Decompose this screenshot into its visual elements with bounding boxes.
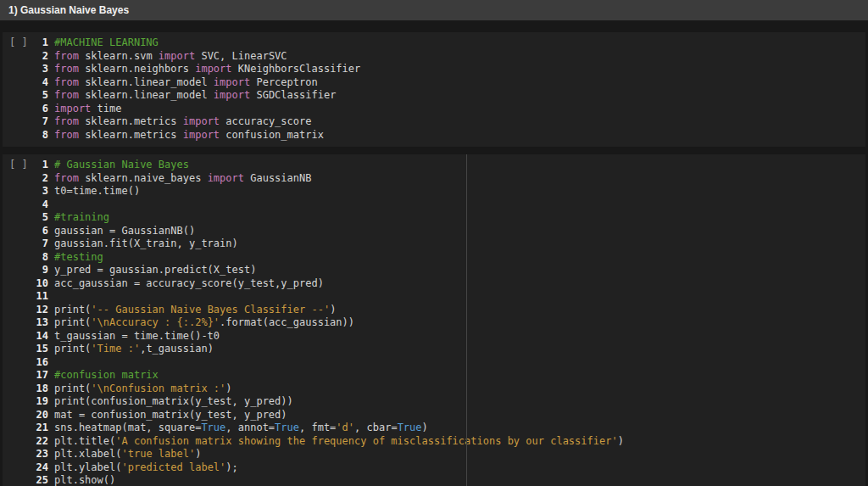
code-token: import bbox=[208, 172, 244, 184]
code-line: 16 bbox=[33, 356, 865, 370]
code-token: sklearn.linear_model bbox=[79, 76, 214, 88]
code-token: plt.title( bbox=[54, 435, 115, 447]
code-line: 19print(confusion_matrix(y_test, y_pred)… bbox=[33, 395, 865, 409]
code-editor[interactable]: 1# Gaussian Naive Bayes2from sklearn.nai… bbox=[33, 159, 865, 486]
code-line: 8from sklearn.metrics import confusion_m… bbox=[33, 129, 865, 142]
code-token: '\nConfusion matrix :' bbox=[91, 383, 225, 394]
code-token: t_gaussian = time.time()-t0 bbox=[54, 330, 220, 342]
code-token: sklearn.metrics bbox=[79, 129, 183, 141]
code-token: from bbox=[54, 172, 79, 184]
code-line: 20mat = confusion_matrix(y_test, y_pred) bbox=[33, 409, 865, 422]
code-line: 23plt.xlabel('true label') bbox=[33, 448, 865, 461]
code-token: print(confusion_matrix(y_test, y_pred)) bbox=[54, 395, 293, 407]
code-token: import bbox=[159, 50, 195, 62]
line-number: 18 bbox=[33, 383, 48, 396]
code-token: #confusion matrix bbox=[54, 369, 159, 381]
code-token: import bbox=[54, 103, 91, 115]
code-token: , fmt= bbox=[299, 422, 336, 433]
code-token: sns.heatmap(mat, square= bbox=[54, 422, 201, 433]
code-line: 21sns.heatmap(mat, square=True, annot=Tr… bbox=[33, 422, 865, 435]
code-line: 12print('-- Gaussian Naive Bayes Classif… bbox=[33, 304, 865, 317]
line-number: 16 bbox=[33, 356, 48, 370]
code-token: print( bbox=[54, 383, 91, 394]
code-token: ) bbox=[195, 448, 201, 460]
code-token: print( bbox=[54, 304, 91, 316]
code-token: GaussianNB bbox=[244, 172, 311, 184]
code-line: 11 bbox=[33, 290, 865, 304]
code-editor[interactable]: 1#MACHINE LEARNING2from sklearn.svm impo… bbox=[33, 36, 865, 142]
code-line: 14t_gaussian = time.time()-t0 bbox=[33, 330, 865, 344]
code-line: 24plt.ylabel('predicted label'); bbox=[33, 461, 865, 475]
code-token: 'd' bbox=[336, 422, 354, 433]
code-token: plt.ylabel( bbox=[54, 461, 121, 473]
code-token: plt.show() bbox=[54, 474, 115, 486]
code-token: True bbox=[275, 422, 299, 433]
code-token: sklearn.svm bbox=[79, 50, 159, 62]
line-number: 2 bbox=[33, 172, 48, 186]
line-number: 8 bbox=[33, 129, 48, 142]
code-token: '-- Gaussian Naive Bayes Classifier --' bbox=[91, 304, 330, 316]
cell-prompt: [ ] bbox=[9, 159, 33, 486]
code-line: 3t0=time.time() bbox=[33, 185, 865, 198]
line-number: 3 bbox=[33, 185, 48, 198]
code-token: ) bbox=[225, 383, 231, 394]
code-line: 2from sklearn.naive_bayes import Gaussia… bbox=[33, 172, 865, 186]
code-token: from bbox=[54, 63, 79, 75]
code-line: 6import time bbox=[33, 103, 865, 116]
line-number: 3 bbox=[33, 63, 48, 76]
code-token: ,t_gaussian) bbox=[140, 343, 214, 355]
code-line: 6gaussian = GaussianNB() bbox=[33, 225, 865, 238]
code-token: ) bbox=[618, 435, 624, 447]
line-number: 7 bbox=[33, 115, 48, 129]
line-number: 23 bbox=[33, 448, 48, 461]
code-token: SVC, LinearSVC bbox=[195, 50, 287, 62]
code-token: .format(acc_gaussian)) bbox=[220, 316, 354, 328]
code-token: True bbox=[398, 422, 422, 433]
line-number: 8 bbox=[33, 251, 48, 265]
line-number: 4 bbox=[33, 76, 48, 90]
code-token: sklearn.metrics bbox=[79, 115, 183, 127]
line-number: 13 bbox=[33, 316, 48, 330]
code-token: # Gaussian Naive Bayes bbox=[54, 159, 189, 170]
code-token: sklearn.linear_model bbox=[79, 89, 214, 101]
code-token: plt.xlabel( bbox=[54, 448, 121, 460]
section-title: 1) Gaussian Naive Bayes bbox=[8, 4, 129, 16]
line-number: 24 bbox=[33, 461, 48, 475]
code-token: #testing bbox=[54, 251, 103, 263]
code-line: 4from sklearn.linear_model import Percep… bbox=[33, 76, 865, 90]
line-number: 7 bbox=[33, 237, 48, 251]
line-number: 5 bbox=[33, 211, 48, 225]
section-header: 1) Gaussian Naive Bayes bbox=[0, 0, 868, 20]
code-line: 7gaussian.fit(X_train, y_train) bbox=[33, 237, 865, 251]
code-line: 5from sklearn.linear_model import SGDCla… bbox=[33, 89, 865, 103]
code-line: 9y_pred = gaussian.predict(X_test) bbox=[33, 264, 865, 277]
code-token: from bbox=[54, 89, 79, 101]
code-token: , cbar= bbox=[354, 422, 398, 433]
code-token: import bbox=[195, 63, 231, 75]
code-cell[interactable]: [ ]1#MACHINE LEARNING2from sklearn.svm i… bbox=[3, 32, 865, 147]
line-number: 15 bbox=[33, 343, 48, 356]
code-token: KNeighborsClassifier bbox=[232, 63, 361, 75]
code-cell[interactable]: [ ]1# Gaussian Naive Bayes2from sklearn.… bbox=[3, 154, 865, 486]
code-token: True bbox=[201, 422, 225, 433]
code-line: 1# Gaussian Naive Bayes bbox=[33, 159, 865, 172]
code-token: confusion_matrix bbox=[220, 129, 324, 141]
line-number: 1 bbox=[33, 159, 48, 172]
line-number: 6 bbox=[33, 225, 48, 238]
code-token: ); bbox=[225, 461, 237, 473]
code-token: y_pred = gaussian.predict(X_test) bbox=[54, 264, 256, 276]
line-number: 25 bbox=[33, 474, 48, 486]
code-token: time bbox=[91, 103, 121, 115]
code-line: 25plt.show() bbox=[33, 474, 865, 486]
code-token: import bbox=[214, 76, 250, 88]
line-number: 14 bbox=[33, 330, 48, 344]
code-token: from bbox=[54, 115, 79, 127]
code-token: 'true label' bbox=[121, 448, 195, 460]
code-token: import bbox=[183, 129, 220, 141]
code-token: accuracy_score bbox=[220, 115, 311, 127]
code-token: gaussian.fit(X_train, y_train) bbox=[54, 237, 238, 249]
code-line: 2from sklearn.svm import SVC, LinearSVC bbox=[33, 50, 865, 64]
code-line: 10acc_gaussian = accuracy_score(y_test,y… bbox=[33, 277, 865, 291]
code-line: 18print('\nConfusion matrix :') bbox=[33, 383, 865, 396]
line-number: 21 bbox=[33, 422, 48, 435]
